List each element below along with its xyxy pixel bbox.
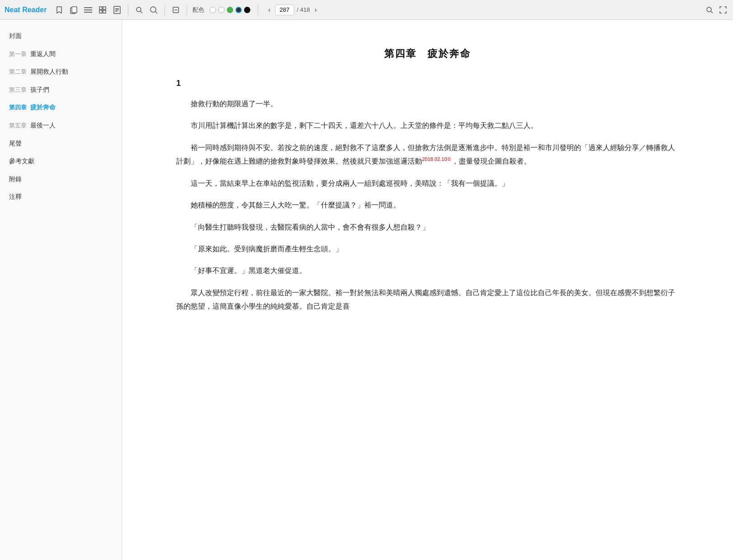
toolbar: Neat Reader: [0, 0, 733, 20]
sidebar-item-epilogue[interactable]: 尾聲: [0, 135, 122, 153]
page-nav: ‹ / 418 ›: [266, 5, 319, 15]
color-circles: [210, 7, 250, 13]
toolbar-right: [704, 5, 728, 15]
svg-rect-1: [72, 7, 77, 13]
grid-icon[interactable]: [97, 5, 108, 15]
next-page-button[interactable]: ›: [313, 6, 319, 14]
paragraph-1: 搶救行動的期限過了一半。: [176, 97, 679, 111]
sidebar-item-ch3[interactable]: 第三章 孩子們: [0, 81, 122, 99]
sep1: [128, 5, 128, 15]
color-circle-4[interactable]: [235, 7, 242, 13]
svg-line-16: [155, 12, 157, 14]
chapter-title: 第四章 疲於奔命: [176, 47, 679, 61]
prev-page-button[interactable]: ‹: [266, 6, 272, 14]
sidebar-item-ch4[interactable]: 第四章 疲於奔命: [0, 99, 122, 117]
sidebar: 封面 第一章 重返人間 第二章 展開救人行動 第三章 孩子們 第四章 疲於奔命 …: [0, 20, 122, 560]
sidebar-item-notes[interactable]: 注釋: [0, 188, 122, 206]
paragraph-2: 市川用計算機計算出來的數字是，剩下二十四天，還差六十八人。上天堂的條件是：平均每…: [176, 119, 679, 132]
svg-point-15: [150, 7, 156, 12]
paragraph-7: 「原來如此。受到病魔折磨而產生輕生念頭。」: [176, 242, 679, 256]
sidebar-item-references[interactable]: 參考文獻: [0, 152, 122, 170]
svg-rect-8: [103, 10, 106, 13]
paragraph-9: 眾人改變預定行程，前往最近的一家大醫院。裕一對於無法和美晴兩人獨處感到遺憾。自己…: [176, 286, 679, 314]
paragraph-6: 「向醫生打聽時我發現，去醫院看病的人當中，會不會有很多人想自殺？」: [176, 221, 679, 234]
page-separator: / 418: [297, 6, 310, 13]
sidebar-item-ch5[interactable]: 第五章 最後一人: [0, 117, 122, 135]
color-circle-2[interactable]: [218, 7, 225, 13]
svg-line-20: [711, 11, 713, 13]
color-circle-3[interactable]: [227, 7, 233, 13]
search-small-icon[interactable]: [134, 5, 145, 15]
search-big-icon[interactable]: [148, 5, 159, 15]
sidebar-item-cover[interactable]: 封面: [0, 27, 122, 45]
sep4: [258, 5, 258, 15]
search-right-icon[interactable]: [704, 5, 715, 15]
main-layout: 封面 第一章 重返人間 第二章 展開救人行動 第三章 孩子們 第四章 疲於奔命 …: [0, 20, 733, 560]
fullscreen-icon[interactable]: [718, 5, 728, 15]
color-circle-1[interactable]: [210, 7, 216, 13]
paragraph-5: 她積極的態度，令其餘三人大吃一驚。「什麼提議？」裕一問道。: [176, 198, 679, 212]
app-name: Neat Reader: [5, 6, 47, 14]
section-number: 1: [176, 79, 679, 88]
svg-rect-6: [103, 7, 106, 9]
paragraph-4: 這一天，當結束早上在車站的監視活動，要分成兩人一組到處巡視時，美晴說：「我有一個…: [176, 177, 679, 190]
page-icon[interactable]: [112, 5, 122, 15]
bookmark-icon[interactable]: [54, 5, 65, 15]
fit-page-icon[interactable]: [170, 5, 181, 15]
menu-icon[interactable]: [83, 5, 94, 15]
color-label: 配色: [193, 6, 204, 14]
superscript-note: 2018.02.10①: [422, 156, 451, 162]
book-content[interactable]: 第四章 疲於奔命 1 搶救行動的期限過了一半。 市川用計算機計算出來的數字是，剩…: [122, 20, 733, 560]
paragraph-8: 「好事不宜遲。」黑道老大催促道。: [176, 264, 679, 278]
svg-point-19: [707, 7, 711, 12]
page-input[interactable]: [275, 5, 294, 15]
svg-point-13: [136, 7, 141, 12]
sep2: [164, 5, 165, 15]
color-circle-5[interactable]: [244, 7, 250, 13]
svg-line-14: [141, 11, 142, 13]
sidebar-item-ch2[interactable]: 第二章 展開救人行動: [0, 63, 122, 81]
sidebar-item-appendix[interactable]: 附錄: [0, 170, 122, 188]
paragraph-3: 裕一同時感到期待與不安。若按之前的速度，絕對救不了這麼多人，但搶救方法倒是逐漸進…: [176, 141, 679, 169]
svg-rect-5: [99, 7, 102, 9]
sep3: [187, 5, 187, 15]
svg-rect-7: [99, 10, 102, 13]
copy-icon[interactable]: [68, 5, 79, 15]
sidebar-item-ch1[interactable]: 第一章 重返人間: [0, 45, 122, 63]
